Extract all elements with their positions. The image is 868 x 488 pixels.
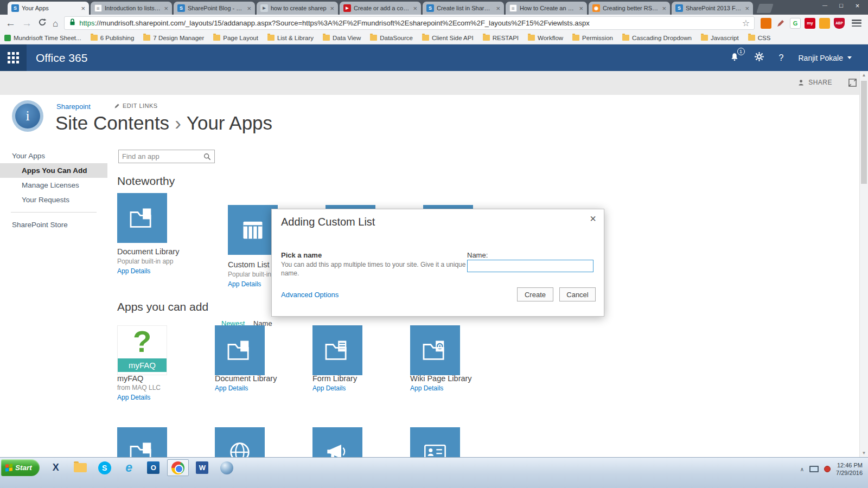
- list-name-input[interactable]: [467, 260, 593, 272]
- sidebar-item-your-apps[interactable]: Your Apps: [0, 149, 107, 163]
- bookmark-folder[interactable]: DataSource: [370, 35, 413, 41]
- site-logo[interactable]: [12, 100, 43, 132]
- bookmark-folder[interactable]: Client Side API: [422, 35, 474, 41]
- form-library-tile[interactable]: [312, 325, 362, 375]
- tab-sharepoint-2013-faq[interactable]: SharePoint 2013 FAQ: [672, 2, 753, 15]
- chrome-menu-icon[interactable]: [851, 18, 863, 28]
- file-explorer-icon[interactable]: [69, 459, 91, 476]
- tab-create-list[interactable]: Create list in SharePoi: [423, 2, 504, 15]
- app-details-link[interactable]: App Details: [215, 384, 248, 392]
- site-title-link[interactable]: Sharepoint: [56, 102, 91, 111]
- document-library-tile[interactable]: [117, 193, 167, 243]
- bookmark-folder[interactable]: Workflow: [528, 35, 563, 41]
- tab-close-icon[interactable]: [81, 5, 85, 12]
- tab-how-to-create[interactable]: how to create sharep: [257, 2, 338, 15]
- tab-close-icon[interactable]: [579, 5, 583, 12]
- forward-button[interactable]: [22, 18, 32, 28]
- bookmark-star-icon[interactable]: [742, 18, 750, 28]
- help-button[interactable]: ?: [779, 53, 784, 63]
- share-button[interactable]: SHARE: [798, 79, 832, 86]
- adblock-plus-icon[interactable]: ABP: [834, 18, 845, 29]
- dialog-close-icon[interactable]: [590, 213, 596, 225]
- bookmark-folder[interactable]: RESTAPI: [483, 35, 519, 41]
- bookmark-folder[interactable]: CSS: [748, 35, 771, 41]
- skype-icon[interactable]: [94, 459, 116, 476]
- custom-list-tile[interactable]: [228, 205, 278, 255]
- tab-close-icon[interactable]: [330, 5, 334, 12]
- window-minimize-button[interactable]: [818, 1, 832, 10]
- create-button[interactable]: Create: [517, 287, 553, 301]
- red-tray-icon[interactable]: [824, 466, 831, 472]
- tab-creating-better-rss[interactable]: Creating better RSS fe: [589, 2, 670, 15]
- start-button[interactable]: Start: [1, 459, 40, 476]
- bookmark-item[interactable]: Mundrisoft Time Sheet...: [4, 35, 81, 41]
- search-icon[interactable]: [203, 153, 211, 160]
- tab-create-or-add-column[interactable]: Create or add a colum: [340, 2, 421, 15]
- bookmark-folder[interactable]: 7 Design Manager: [143, 35, 204, 41]
- office-365-brand[interactable]: Office 365: [36, 44, 87, 71]
- sphere-app-icon[interactable]: [216, 459, 238, 476]
- outlook-icon[interactable]: [143, 459, 164, 476]
- notifications-button[interactable]: 1: [730, 52, 739, 65]
- app-details-link[interactable]: App Details: [117, 394, 150, 401]
- bookmark-folder[interactable]: Cascading Dropdown: [622, 35, 692, 41]
- settings-button[interactable]: [754, 52, 764, 64]
- reload-button[interactable]: [38, 18, 47, 29]
- tab-your-apps[interactable]: Your Apps: [8, 2, 89, 15]
- orange-extension-icon[interactable]: [819, 18, 830, 29]
- pen-extension-icon[interactable]: [775, 18, 786, 29]
- scrollbar-thumb[interactable]: [861, 81, 867, 184]
- sidebar-item-manage-licenses[interactable]: Manage Licenses: [0, 178, 107, 192]
- app-details-link[interactable]: App Details: [117, 267, 150, 275]
- scroll-up-icon[interactable]: ▲: [860, 73, 868, 78]
- new-tab-button[interactable]: [756, 4, 774, 13]
- bookmark-folder[interactable]: Javascript: [701, 35, 739, 41]
- tab-close-icon[interactable]: [247, 5, 251, 12]
- find-an-app-input[interactable]: [122, 152, 203, 160]
- address-bar[interactable]: https://mundrisoft.sharepoint.com/_layou…: [64, 16, 755, 30]
- app-details-link[interactable]: App Details: [312, 384, 346, 392]
- bookmark-folder[interactable]: List & Library: [267, 35, 314, 41]
- tab-close-icon[interactable]: [662, 5, 666, 12]
- app-details-link[interactable]: App Details: [410, 384, 443, 392]
- sidebar-item-sharepoint-store[interactable]: SharePoint Store: [0, 217, 107, 232]
- home-button[interactable]: [53, 18, 58, 28]
- tab-sharepoint-blog[interactable]: SharePoint Blog - Micr: [174, 2, 255, 15]
- bookmark-folder[interactable]: 6 Publishing: [91, 35, 135, 41]
- breadcrumb-site-contents[interactable]: Site Contents: [55, 112, 169, 133]
- bookmark-folder[interactable]: Page Layout: [213, 35, 258, 41]
- window-close-button[interactable]: [850, 1, 865, 10]
- tab-close-icon[interactable]: [496, 5, 500, 12]
- bookmark-folder[interactable]: Data View: [323, 35, 361, 41]
- taskbar-clock[interactable]: 12:46 PM 7/29/2016: [836, 461, 863, 477]
- edit-links-button[interactable]: EDIT LINKS: [114, 102, 158, 109]
- cancel-button[interactable]: Cancel: [559, 287, 596, 301]
- tab-close-icon[interactable]: [164, 5, 168, 12]
- window-maximize-button[interactable]: [834, 1, 848, 10]
- myfaq-tile[interactable]: ? myFAQ: [117, 325, 167, 375]
- scroll-down-icon[interactable]: ▼: [860, 451, 868, 455]
- sidebar-item-your-requests[interactable]: Your Requests: [0, 192, 107, 207]
- tab-close-icon[interactable]: [413, 5, 417, 12]
- sidebar-item-apps-you-can-add[interactable]: Apps You Can Add: [0, 163, 107, 178]
- bookmark-folder[interactable]: Permission: [572, 35, 613, 41]
- show-hidden-icons-icon[interactable]: [800, 466, 804, 472]
- wiki-page-library-tile[interactable]: [410, 325, 460, 375]
- word-icon[interactable]: [192, 459, 213, 476]
- screenshot-extension-icon[interactable]: [761, 18, 771, 29]
- tab-introduction-to-lists[interactable]: Introduction to lists - O: [91, 2, 172, 15]
- document-library-tile[interactable]: [215, 325, 265, 375]
- advanced-options-link[interactable]: Advanced Options: [281, 291, 339, 299]
- tab-close-icon[interactable]: [745, 5, 749, 12]
- focus-on-content-icon[interactable]: [848, 78, 857, 89]
- grammarly-extension-icon[interactable]: G: [790, 18, 801, 29]
- secure-padlock-icon[interactable]: [69, 18, 76, 28]
- tab-how-to-create-ext[interactable]: How to Create an Ext: [506, 2, 587, 15]
- chrome-icon[interactable]: [167, 459, 189, 476]
- app-launcher-button[interactable]: [0, 44, 27, 71]
- page-scrollbar[interactable]: ▲ ▼: [859, 71, 868, 457]
- user-menu[interactable]: Ranjit Pokale: [799, 54, 852, 62]
- display-tray-icon[interactable]: [809, 466, 819, 472]
- internet-explorer-icon[interactable]: [118, 459, 140, 476]
- x-app-icon[interactable]: [45, 459, 67, 476]
